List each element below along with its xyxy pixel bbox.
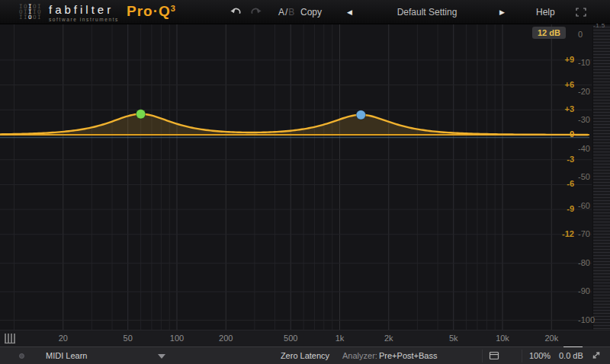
- eq-band-node-1[interactable]: [136, 110, 145, 119]
- redo-icon[interactable]: [250, 7, 262, 18]
- brand-name: fabfilter: [49, 3, 119, 16]
- zoom-level-button[interactable]: 100%: [529, 347, 551, 364]
- eq-scale-label: -3: [551, 155, 574, 164]
- analyzer-scale-label: -10: [578, 58, 590, 67]
- eq-scale-label: -12: [551, 229, 574, 238]
- freq-axis-label: 2k: [384, 334, 393, 343]
- freq-axis-label: 10k: [496, 334, 509, 343]
- freq-axis-label: 20: [59, 334, 68, 343]
- freq-axis-label: 20k: [544, 334, 558, 343]
- output-gain-value[interactable]: 0.0 dB: [559, 347, 583, 364]
- analyzer-scale-label: 0: [578, 30, 583, 39]
- analyzer-scale-label: -60: [578, 201, 590, 210]
- product-name: Pro·Q3: [127, 3, 176, 20]
- next-preset-icon[interactable]: ▶: [499, 0, 505, 24]
- divider: [522, 350, 522, 362]
- analyzer-scale-label: -20: [578, 87, 590, 96]
- preset-name[interactable]: Default Setting: [351, 0, 503, 24]
- copy-button[interactable]: Copy: [300, 0, 322, 24]
- freq-axis-label: 50: [124, 334, 133, 343]
- latency-mode-button[interactable]: Zero Latency: [0, 347, 610, 364]
- analyzer-label: Analyzer:: [342, 347, 377, 364]
- fabfilter-logo-icon: IOIOIOIIIOIIOOI: [19, 4, 42, 20]
- eq-band-node-2[interactable]: [356, 110, 365, 120]
- undo-icon[interactable]: [230, 7, 242, 18]
- product-name-text: Pro·Q: [127, 3, 171, 19]
- eq-display[interactable]: -1.5 12 dB +9+6+30-3-6-9-120-10-20-30-40…: [0, 24, 610, 346]
- eq-scale-label: 0: [551, 129, 574, 139]
- header-bar: IOIOIOIIIOIIOOI fabfilter software instr…: [0, 0, 610, 24]
- brand-tagline: software instruments: [49, 17, 119, 22]
- analyzer-scale-label: -50: [578, 172, 590, 181]
- eq-curve-canvas[interactable]: [0, 24, 610, 346]
- freq-axis-label: 1k: [336, 334, 345, 343]
- ab-b-label: B: [288, 7, 295, 18]
- freq-axis-label: 100: [170, 334, 184, 343]
- fabfilter-proq3-window: IOIOIOIIIOIIOOI fabfilter software instr…: [0, 0, 610, 364]
- ab-a-label: A: [278, 7, 285, 18]
- analyzer-scale-label: -30: [578, 115, 590, 124]
- ruler-top-label: -1.5: [593, 22, 605, 29]
- freq-axis-label: 500: [284, 334, 297, 343]
- eq-scale-label: +3: [551, 104, 574, 113]
- display-range-badge[interactable]: 12 dB: [532, 27, 566, 39]
- eq-scale-label: +6: [551, 80, 574, 89]
- eq-scale-label: +9: [551, 55, 574, 64]
- output-gain-slider[interactable]: [563, 346, 583, 347]
- eq-scale-label: -6: [551, 179, 574, 188]
- window-resize-icon[interactable]: [576, 8, 586, 18]
- analyzer-mode-button[interactable]: Pre+Post+Bass: [379, 347, 437, 364]
- help-button[interactable]: Help: [536, 0, 555, 24]
- product-name-sup: 3: [171, 4, 176, 13]
- eq-scale-label: -9: [551, 204, 574, 213]
- resize-handle-icon[interactable]: [590, 350, 602, 362]
- freq-axis-label: 200: [219, 334, 233, 343]
- analyzer-scale-label: -40: [578, 144, 590, 153]
- ab-compare-button[interactable]: A/B: [278, 0, 295, 24]
- status-bar: MIDI Learn Zero Latency Analyzer: Pre+Po…: [0, 346, 610, 364]
- freq-axis-label: 5k: [449, 334, 458, 343]
- window-mode-icon[interactable]: [489, 351, 499, 362]
- piano-display-icon[interactable]: [4, 333, 16, 347]
- level-ruler[interactable]: [592, 27, 610, 342]
- analyzer-scale-label: -80: [578, 258, 590, 267]
- divider: [482, 350, 483, 362]
- analyzer-scale-label: -70: [578, 229, 590, 238]
- analyzer-scale-label: -100: [578, 315, 595, 324]
- analyzer-scale-label: -90: [578, 286, 590, 295]
- frequency-axis: 20501002005001k2k5k10k20k: [0, 330, 610, 346]
- brand-text: fabfilter software instruments: [49, 3, 119, 22]
